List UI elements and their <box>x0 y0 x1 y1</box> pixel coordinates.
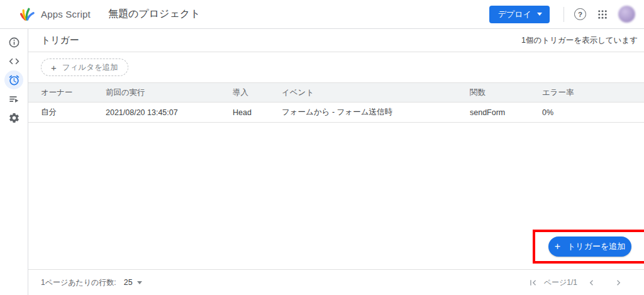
plus-icon: + <box>555 242 560 252</box>
avatar[interactable] <box>618 6 635 23</box>
add-trigger-button[interactable]: + トリガーを追加 <box>548 237 631 257</box>
cell-event: フォームから - フォーム送信時 <box>282 107 470 118</box>
top-bar: Apps Script 無題のプロジェクト デプロイ ? <box>0 0 644 29</box>
help-icon[interactable]: ? <box>574 8 586 20</box>
info-icon <box>8 36 20 48</box>
executions-icon <box>8 93 20 105</box>
column-header-event: イベント <box>282 87 470 98</box>
deploy-button[interactable]: デプロイ <box>489 6 550 23</box>
sidebar-item-overview[interactable] <box>4 33 23 52</box>
previous-page-icon[interactable] <box>586 277 597 288</box>
add-trigger-label: トリガーを追加 <box>567 241 625 252</box>
red-highlight-annotation: + トリガーを追加 <box>533 230 644 264</box>
cell-deployment: Head <box>233 108 282 117</box>
page-indicator: ページ1/1 <box>544 277 577 288</box>
chevron-down-icon <box>537 13 542 16</box>
rows-per-page: 1ページあたりの行数: 25 <box>41 277 142 288</box>
project-title[interactable]: 無題のプロジェクト <box>108 8 201 21</box>
plus-icon: + <box>51 63 57 72</box>
deploy-button-label: デプロイ <box>498 9 531 20</box>
cell-owner: 自分 <box>41 107 106 118</box>
trigger-count-status: 1個のトリガーを表示しています <box>521 35 638 46</box>
code-icon <box>8 55 20 67</box>
add-filter-button[interactable]: + フィルタを追加 <box>41 58 128 76</box>
footer-bar: 1ページあたりの行数: 25 ページ1/1 <box>28 269 644 295</box>
cell-last-run: 2021/08/20 13:45:07 <box>106 108 233 117</box>
chevron-down-icon[interactable] <box>137 281 142 284</box>
alarm-icon <box>8 74 20 86</box>
apps-script-logo-icon <box>19 6 35 23</box>
gear-icon <box>8 112 20 124</box>
sidebar-item-editor[interactable] <box>4 52 23 70</box>
sidebar-item-settings[interactable] <box>4 108 23 127</box>
divider <box>564 7 564 22</box>
apps-script-window: Apps Script 無題のプロジェクト デプロイ ? <box>0 0 644 295</box>
sidebar-item-triggers[interactable] <box>4 70 23 89</box>
column-header-owner: オーナー <box>41 87 106 98</box>
apps-grid-icon[interactable] <box>597 9 608 20</box>
table-header-row: オーナー 前回の実行 導入 イベント 関数 エラー率 <box>28 82 644 103</box>
sidebar-item-executions[interactable] <box>4 89 23 108</box>
column-header-last-run: 前回の実行 <box>106 87 233 98</box>
cell-function: sendForm <box>470 108 542 117</box>
filter-bar: + フィルタを追加 <box>28 52 644 82</box>
first-page-icon[interactable] <box>528 277 538 288</box>
brand-name: Apps Script <box>41 9 91 19</box>
rows-per-page-label: 1ページあたりの行数: <box>41 277 116 288</box>
section-header: トリガー 1個のトリガーを表示しています <box>28 29 644 52</box>
help-glyph: ? <box>578 11 582 18</box>
table-row[interactable]: 自分 2021/08/20 13:45:07 Head フォームから - フォー… <box>28 103 644 123</box>
page-title: トリガー <box>41 35 79 47</box>
pagination: ページ1/1 <box>528 277 624 288</box>
column-header-function: 関数 <box>470 87 542 98</box>
sidebar <box>0 29 28 295</box>
column-header-error-rate: エラー率 <box>542 87 644 98</box>
cell-error-rate: 0% <box>542 108 644 117</box>
rows-per-page-value[interactable]: 25 <box>124 278 133 287</box>
next-page-icon[interactable] <box>613 277 624 288</box>
add-filter-label: フィルタを追加 <box>62 62 118 73</box>
topbar-actions: デプロイ ? <box>489 6 635 23</box>
column-header-deployment: 導入 <box>233 87 282 98</box>
